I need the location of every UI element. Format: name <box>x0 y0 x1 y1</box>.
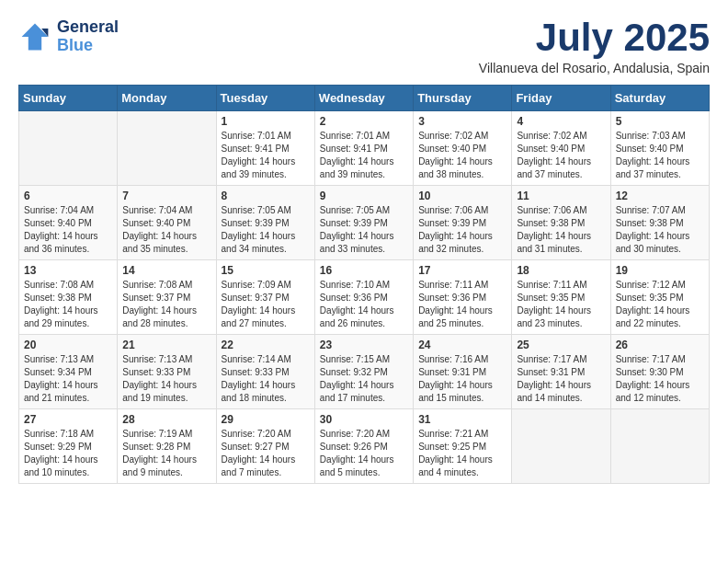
day-cell: 10Sunrise: 7:06 AMSunset: 9:39 PMDayligh… <box>414 186 512 260</box>
day-number: 8 <box>222 190 310 202</box>
sunrise-text: Sunrise: 7:15 AM <box>320 354 390 364</box>
daylight-text: Daylight: 14 hours and 19 minutes. <box>122 380 197 403</box>
day-cell: 27Sunrise: 7:18 AMSunset: 9:29 PMDayligh… <box>19 409 118 484</box>
sunrise-text: Sunrise: 7:12 AM <box>616 280 686 290</box>
header: General Blue July 2025 Villanueva del Ro… <box>18 18 710 75</box>
sunset-text: Sunset: 9:41 PM <box>222 144 290 154</box>
sunset-text: Sunset: 9:33 PM <box>222 367 290 377</box>
title-area: July 2025 Villanueva del Rosario, Andalu… <box>479 18 710 75</box>
sunset-text: Sunset: 9:39 PM <box>222 218 290 228</box>
day-info: Sunrise: 7:14 AMSunset: 9:33 PMDaylight:… <box>222 353 310 405</box>
day-cell: 18Sunrise: 7:11 AMSunset: 9:35 PMDayligh… <box>512 260 610 335</box>
day-info: Sunrise: 7:07 AMSunset: 9:38 PMDaylight:… <box>616 204 704 256</box>
day-cell: 29Sunrise: 7:20 AMSunset: 9:27 PMDayligh… <box>216 409 314 484</box>
weekday-header-thursday: Thursday <box>414 86 512 111</box>
day-info: Sunrise: 7:21 AMSunset: 9:25 PMDaylight:… <box>418 428 506 479</box>
logo-general: General <box>57 18 119 37</box>
day-cell: 24Sunrise: 7:16 AMSunset: 9:31 PMDayligh… <box>414 335 512 409</box>
day-cell: 2Sunrise: 7:01 AMSunset: 9:41 PMDaylight… <box>314 111 413 186</box>
sunrise-text: Sunrise: 7:17 AM <box>517 354 586 364</box>
sunset-text: Sunset: 9:39 PM <box>320 218 388 228</box>
weekday-header-tuesday: Tuesday <box>216 86 314 111</box>
day-cell: 15Sunrise: 7:09 AMSunset: 9:37 PMDayligh… <box>216 260 314 335</box>
sunset-text: Sunset: 9:31 PM <box>418 367 486 377</box>
sunset-text: Sunset: 9:36 PM <box>418 293 486 303</box>
day-info: Sunrise: 7:13 AMSunset: 9:33 PMDaylight:… <box>122 353 210 405</box>
daylight-text: Daylight: 14 hours and 35 minutes. <box>122 231 197 254</box>
daylight-text: Daylight: 14 hours and 31 minutes. <box>517 231 591 254</box>
day-info: Sunrise: 7:04 AMSunset: 9:40 PMDaylight:… <box>24 204 112 256</box>
sunrise-text: Sunrise: 7:13 AM <box>122 354 192 364</box>
day-number: 31 <box>418 413 506 426</box>
daylight-text: Daylight: 14 hours and 14 minutes. <box>517 380 591 403</box>
day-cell <box>610 409 709 484</box>
day-info: Sunrise: 7:11 AMSunset: 9:36 PMDaylight:… <box>418 279 506 330</box>
week-row-3: 13Sunrise: 7:08 AMSunset: 9:38 PMDayligh… <box>19 260 710 335</box>
day-info: Sunrise: 7:15 AMSunset: 9:32 PMDaylight:… <box>320 353 408 405</box>
day-info: Sunrise: 7:03 AMSunset: 9:40 PMDaylight:… <box>616 130 704 181</box>
daylight-text: Daylight: 14 hours and 18 minutes. <box>222 380 296 403</box>
sunset-text: Sunset: 9:25 PM <box>418 442 486 452</box>
calendar-table: SundayMondayTuesdayWednesdayThursdayFrid… <box>18 85 710 484</box>
day-cell <box>19 111 118 186</box>
day-number: 4 <box>517 115 605 128</box>
day-number: 28 <box>122 413 210 426</box>
day-info: Sunrise: 7:05 AMSunset: 9:39 PMDaylight:… <box>222 204 310 256</box>
day-info: Sunrise: 7:06 AMSunset: 9:38 PMDaylight:… <box>517 204 605 256</box>
day-number: 3 <box>418 115 506 128</box>
daylight-text: Daylight: 14 hours and 33 minutes. <box>320 231 394 254</box>
sunset-text: Sunset: 9:31 PM <box>517 367 585 377</box>
day-info: Sunrise: 7:05 AMSunset: 9:39 PMDaylight:… <box>320 204 408 256</box>
daylight-text: Daylight: 14 hours and 17 minutes. <box>320 380 394 403</box>
day-cell: 21Sunrise: 7:13 AMSunset: 9:33 PMDayligh… <box>118 335 216 409</box>
sunrise-text: Sunrise: 7:05 AM <box>222 205 291 215</box>
logo-icon <box>18 20 51 53</box>
daylight-text: Daylight: 14 hours and 26 minutes. <box>320 305 394 328</box>
daylight-text: Daylight: 14 hours and 4 minutes. <box>418 454 493 477</box>
sunrise-text: Sunrise: 7:08 AM <box>24 280 94 290</box>
day-number: 27 <box>24 413 112 426</box>
day-info: Sunrise: 7:10 AMSunset: 9:36 PMDaylight:… <box>320 279 408 330</box>
month-title: July 2025 <box>479 18 710 57</box>
day-number: 7 <box>122 190 210 202</box>
daylight-text: Daylight: 14 hours and 28 minutes. <box>122 305 197 328</box>
daylight-text: Daylight: 14 hours and 21 minutes. <box>24 380 98 403</box>
day-info: Sunrise: 7:12 AMSunset: 9:35 PMDaylight:… <box>616 279 704 330</box>
sunset-text: Sunset: 9:40 PM <box>616 144 684 154</box>
daylight-text: Daylight: 14 hours and 30 minutes. <box>616 231 690 254</box>
sunrise-text: Sunrise: 7:21 AM <box>418 429 488 439</box>
day-number: 16 <box>320 264 408 277</box>
sunset-text: Sunset: 9:40 PM <box>418 144 486 154</box>
day-info: Sunrise: 7:01 AMSunset: 9:41 PMDaylight:… <box>222 130 310 181</box>
day-number: 6 <box>24 190 112 202</box>
day-number: 17 <box>418 264 506 277</box>
daylight-text: Daylight: 14 hours and 15 minutes. <box>418 380 493 403</box>
logo: General Blue <box>18 18 119 55</box>
daylight-text: Daylight: 14 hours and 12 minutes. <box>616 380 690 403</box>
week-row-5: 27Sunrise: 7:18 AMSunset: 9:29 PMDayligh… <box>19 409 710 484</box>
day-cell: 19Sunrise: 7:12 AMSunset: 9:35 PMDayligh… <box>610 260 709 335</box>
day-cell: 20Sunrise: 7:13 AMSunset: 9:34 PMDayligh… <box>19 335 118 409</box>
sunrise-text: Sunrise: 7:09 AM <box>222 280 291 290</box>
daylight-text: Daylight: 14 hours and 32 minutes. <box>418 231 493 254</box>
day-number: 20 <box>24 339 112 351</box>
daylight-text: Daylight: 14 hours and 22 minutes. <box>616 305 690 328</box>
daylight-text: Daylight: 14 hours and 37 minutes. <box>616 156 690 179</box>
day-number: 2 <box>320 115 408 128</box>
logo-blue: Blue <box>57 37 119 55</box>
sunset-text: Sunset: 9:40 PM <box>24 218 92 228</box>
day-cell: 6Sunrise: 7:04 AMSunset: 9:40 PMDaylight… <box>19 186 118 260</box>
day-number: 22 <box>222 339 310 351</box>
sunset-text: Sunset: 9:28 PM <box>122 442 190 452</box>
daylight-text: Daylight: 14 hours and 39 minutes. <box>222 156 296 179</box>
sunset-text: Sunset: 9:38 PM <box>517 218 585 228</box>
day-info: Sunrise: 7:06 AMSunset: 9:39 PMDaylight:… <box>418 204 506 256</box>
day-cell: 31Sunrise: 7:21 AMSunset: 9:25 PMDayligh… <box>414 409 512 484</box>
day-cell: 16Sunrise: 7:10 AMSunset: 9:36 PMDayligh… <box>314 260 413 335</box>
day-cell: 25Sunrise: 7:17 AMSunset: 9:31 PMDayligh… <box>512 335 610 409</box>
daylight-text: Daylight: 14 hours and 37 minutes. <box>517 156 591 179</box>
day-number: 15 <box>222 264 310 277</box>
daylight-text: Daylight: 14 hours and 7 minutes. <box>222 454 296 477</box>
sunrise-text: Sunrise: 7:13 AM <box>24 354 94 364</box>
sunrise-text: Sunrise: 7:06 AM <box>517 205 586 215</box>
